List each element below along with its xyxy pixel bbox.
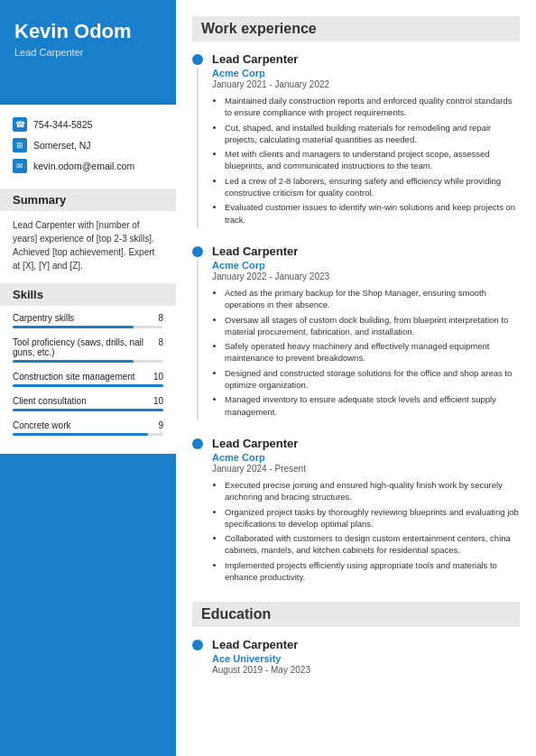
bullet-item: Maintained daily construction reports an… bbox=[225, 95, 520, 119]
bullet-item: Designed and constructed storage solutio… bbox=[225, 367, 520, 392]
job-dot bbox=[192, 54, 203, 65]
job-dot-col bbox=[192, 437, 203, 585]
skill-score: 8 bbox=[158, 313, 163, 323]
job-dot-line bbox=[197, 260, 199, 420]
candidate-title: Lead Carpenter bbox=[14, 47, 162, 58]
phone-item: ☎ 754-344-5825 bbox=[13, 117, 163, 132]
job-company: Acme Corp bbox=[212, 260, 520, 271]
skills-heading: Skills bbox=[0, 283, 176, 306]
contact-section: ☎ 754-344-5825 ⊞ Somerset, NJ ✉ kevin.od… bbox=[0, 105, 176, 189]
job-role: Lead Carpenter bbox=[212, 52, 520, 66]
skill-bar-fill bbox=[13, 409, 163, 411]
skill-score: 8 bbox=[158, 337, 163, 347]
job-dates: January 2022 - January 2023 bbox=[212, 272, 520, 281]
job-dates: January 2021 - January 2022 bbox=[212, 79, 520, 89]
bullet-item: Oversaw all stages of custom dock buildi… bbox=[225, 314, 520, 338]
candidate-name: Kevin Odom bbox=[14, 20, 162, 43]
bullet-item: Managed inventory to ensure adequate sto… bbox=[225, 393, 520, 418]
job-dates: January 2024 - Present bbox=[212, 464, 520, 474]
bullet-item: Cut, shaped, and installed building mate… bbox=[225, 122, 520, 146]
job-bullets: Maintained daily construction reports an… bbox=[212, 95, 520, 226]
job-company: Acme Corp bbox=[212, 68, 520, 78]
job-dot-col bbox=[192, 52, 203, 228]
email-item: ✉ kevin.odom@email.com bbox=[13, 159, 163, 173]
skill-bar-fill bbox=[13, 433, 148, 436]
skills-section: Skills Carpentry skills 8 Tool proficien… bbox=[0, 283, 176, 454]
skill-item: Tool proficiency (saws, drills, nail gun… bbox=[13, 337, 163, 363]
location-item: ⊞ Somerset, NJ bbox=[13, 138, 163, 152]
skill-score: 10 bbox=[153, 396, 163, 406]
skill-name: Tool proficiency (saws, drills, nail gun… bbox=[13, 337, 158, 357]
bullet-item: Evaluated customer issues to identify wi… bbox=[225, 201, 520, 226]
main-content: Work experience Lead Carpenter Acme Corp… bbox=[176, 0, 536, 756]
email-text: kevin.odom@email.com bbox=[33, 161, 134, 171]
job-entry: Lead Carpenter Acme Corp January 2024 - … bbox=[192, 437, 520, 585]
skills-list: Carpentry skills 8 Tool proficiency (saw… bbox=[0, 313, 176, 454]
location-icon: ⊞ bbox=[13, 138, 27, 152]
edu-dot bbox=[192, 640, 203, 650]
email-icon: ✉ bbox=[13, 159, 27, 173]
bullet-item: Safely operated heavy machinery and effe… bbox=[225, 340, 520, 364]
skill-bar-bg bbox=[13, 326, 163, 328]
skill-name: Concrete work bbox=[13, 420, 70, 430]
skill-item: Concrete work 9 bbox=[13, 420, 163, 436]
jobs-container: Lead Carpenter Acme Corp January 2021 - … bbox=[192, 52, 520, 585]
skill-item: Client consultation 10 bbox=[13, 396, 163, 411]
diamond-decoration bbox=[0, 70, 176, 105]
summary-section: Summary Lead Carpenter with [number of y… bbox=[0, 189, 176, 283]
job-dot-col bbox=[192, 244, 203, 420]
bullet-item: Acted as the primary backup for the Shop… bbox=[225, 287, 520, 311]
edu-content: Lead Carpenter Ace University August 201… bbox=[212, 638, 520, 680]
job-dot bbox=[192, 246, 203, 257]
skill-bar-fill bbox=[13, 360, 134, 363]
job-entry: Lead Carpenter Acme Corp January 2021 - … bbox=[192, 52, 520, 228]
page: Kevin Odom Lead Carpenter ☎ 754-344-5825… bbox=[0, 0, 536, 756]
sidebar: Kevin Odom Lead Carpenter ☎ 754-344-5825… bbox=[0, 0, 176, 756]
bullet-item: Organized project tasks by thoroughly re… bbox=[225, 506, 520, 530]
summary-text: Lead Carpenter with [number of years] ex… bbox=[0, 218, 176, 283]
skill-item: Carpentry skills 8 bbox=[13, 313, 163, 328]
job-entry: Lead Carpenter Acme Corp January 2022 - … bbox=[192, 244, 520, 420]
job-bullets: Executed precise joining and ensured hig… bbox=[212, 479, 520, 583]
job-bullets: Acted as the primary backup for the Shop… bbox=[212, 287, 520, 418]
summary-heading: Summary bbox=[0, 189, 176, 211]
job-dot-line bbox=[197, 68, 199, 228]
work-experience-heading: Work experience bbox=[192, 16, 520, 41]
phone-text: 754-344-5825 bbox=[33, 119, 92, 130]
skill-name: Carpentry skills bbox=[13, 313, 74, 323]
edu-role: Lead Carpenter bbox=[212, 638, 520, 651]
education-heading: Education bbox=[192, 602, 520, 627]
edu-school: Ace University bbox=[212, 653, 520, 664]
skill-bar-bg bbox=[13, 409, 163, 411]
phone-icon: ☎ bbox=[13, 117, 27, 132]
sidebar-header: Kevin Odom Lead Carpenter bbox=[0, 0, 176, 70]
skill-bar-bg bbox=[13, 384, 163, 387]
job-dot bbox=[192, 438, 203, 449]
skill-name: Client consultation bbox=[13, 396, 87, 406]
bullet-item: Led a crew of 2-8 laborers, ensuring saf… bbox=[225, 175, 520, 199]
skill-score: 9 bbox=[158, 420, 163, 430]
skill-item: Construction site management 10 bbox=[13, 372, 163, 387]
skill-bar-bg bbox=[13, 360, 163, 363]
job-role: Lead Carpenter bbox=[212, 437, 520, 450]
skill-bar-fill bbox=[13, 384, 163, 387]
skill-bar-fill bbox=[13, 326, 134, 328]
job-content: Lead Carpenter Acme Corp January 2024 - … bbox=[212, 437, 520, 585]
job-content: Lead Carpenter Acme Corp January 2021 - … bbox=[212, 52, 520, 228]
bullet-item: Collaborated with customers to design cu… bbox=[225, 532, 520, 557]
edu-container: Lead Carpenter Ace University August 201… bbox=[192, 638, 520, 680]
job-content: Lead Carpenter Acme Corp January 2022 - … bbox=[212, 244, 520, 420]
skill-name: Construction site management bbox=[13, 372, 135, 382]
bullet-item: Met with clients and managers to underst… bbox=[225, 148, 520, 172]
location-text: Somerset, NJ bbox=[33, 140, 91, 151]
skill-score: 10 bbox=[153, 372, 163, 382]
edu-dates: August 2019 - May 2023 bbox=[212, 665, 520, 675]
skill-bar-bg bbox=[13, 433, 163, 436]
edu-entry: Lead Carpenter Ace University August 201… bbox=[192, 638, 520, 680]
bullet-item: Executed precise joining and ensured hig… bbox=[225, 479, 520, 503]
job-role: Lead Carpenter bbox=[212, 244, 520, 258]
edu-dot-col bbox=[192, 638, 203, 680]
bullet-item: Implemented projects efficiently using a… bbox=[225, 559, 520, 584]
job-company: Acme Corp bbox=[212, 452, 520, 463]
